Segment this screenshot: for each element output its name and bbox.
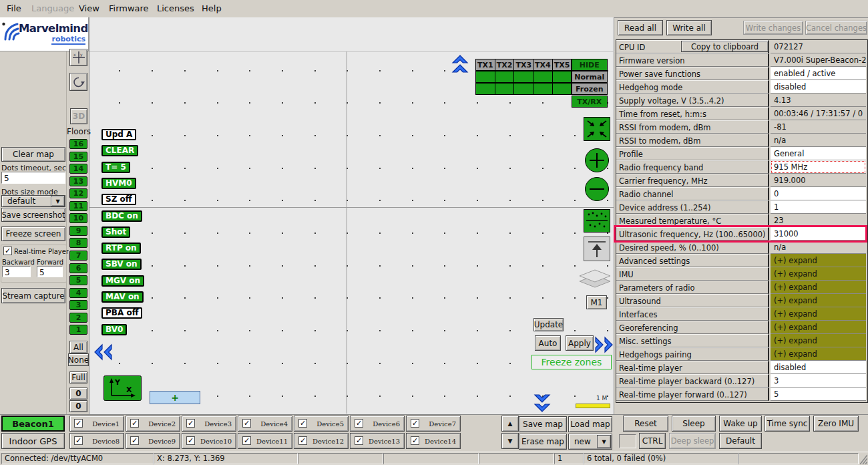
map-button-mav-on[interactable]: MAV on: [101, 291, 144, 303]
device-checkbox[interactable]: ✓: [411, 419, 419, 428]
param-value[interactable]: enabled / active: [771, 67, 866, 80]
device-toggle-device4[interactable]: ✓Device4: [238, 416, 292, 432]
fit-view-button[interactable]: [584, 117, 610, 141]
param-value[interactable]: n/a: [771, 134, 866, 147]
zoom-out-button[interactable]: [584, 176, 610, 202]
floor-button-5[interactable]: 5: [69, 275, 87, 285]
chevron-double-down-icon[interactable]: [533, 392, 551, 412]
device-checkbox[interactable]: ✓: [130, 419, 139, 428]
device-toggle-device5[interactable]: ✓Device5: [294, 416, 349, 432]
sleep-button[interactable]: Sleep: [672, 416, 716, 432]
reset-button[interactable]: Reset: [623, 416, 668, 432]
tx-cell[interactable]: [513, 83, 533, 95]
erase-map-button[interactable]: Erase map: [519, 434, 567, 450]
update-button[interactable]: Update: [533, 318, 564, 331]
param-value[interactable]: (+) expand: [771, 281, 866, 294]
device-checkbox[interactable]: ✓: [242, 436, 251, 445]
device-toggle-device10[interactable]: ✓Device10: [182, 433, 236, 449]
ctrl-button[interactable]: CTRL: [639, 433, 666, 449]
device-checkbox[interactable]: ✓: [355, 436, 363, 445]
apply-button[interactable]: Apply: [566, 335, 594, 351]
tx-cell[interactable]: [513, 71, 533, 83]
floor-button-1[interactable]: 1: [69, 325, 87, 335]
tx-header-tx3[interactable]: TX3: [513, 59, 533, 71]
floor-button-8[interactable]: 8: [69, 238, 87, 248]
add-submap-button[interactable]: +: [150, 391, 200, 404]
freeze-zones-button[interactable]: Freeze zones: [531, 355, 612, 369]
device-checkbox[interactable]: ✓: [130, 436, 139, 445]
menu-item-file[interactable]: File: [7, 3, 21, 13]
param-value[interactable]: General: [771, 147, 866, 160]
map-button-sz-off[interactable]: SZ off: [101, 194, 136, 205]
device-checkbox[interactable]: ✓: [186, 436, 195, 445]
write-all-button[interactable]: Write all: [666, 20, 712, 35]
param-value[interactable]: 23: [771, 214, 866, 227]
param-value[interactable]: 4.13: [771, 94, 866, 107]
map-button-bv0[interactable]: BV0: [101, 324, 127, 335]
write-changes-button[interactable]: Write changes: [743, 21, 803, 35]
param-value[interactable]: -81: [771, 120, 866, 134]
chevron-double-left-icon[interactable]: [94, 343, 114, 361]
dots-size-dropdown-arrow-icon[interactable]: ▼: [51, 196, 65, 206]
device-toggle-device3[interactable]: ✓Device3: [182, 416, 236, 432]
device-checkbox[interactable]: ✓: [355, 419, 363, 428]
deep-sleep-button[interactable]: Deep sleep: [669, 433, 716, 449]
device-toggle-device6[interactable]: ✓Device6: [350, 416, 405, 432]
device-toggle-device8[interactable]: ✓Device8: [69, 433, 124, 449]
load-map-button[interactable]: Load map: [568, 416, 612, 432]
param-value[interactable]: 00:03:46 / 17:31:57 / 0: [771, 107, 866, 120]
floor-button-4[interactable]: 4: [69, 288, 87, 298]
device-checkbox[interactable]: ✓: [298, 436, 307, 445]
read-all-button[interactable]: Read all: [618, 20, 663, 35]
map-button-t-5[interactable]: T= 5: [101, 162, 130, 173]
clear-map-button[interactable]: Clear map: [1, 147, 65, 162]
cancel-changes-button[interactable]: Cancel changes: [805, 21, 867, 35]
chevron-double-right-icon[interactable]: [593, 336, 613, 353]
map-select-arrow-icon[interactable]: ▼: [597, 435, 611, 448]
floor-button-10[interactable]: 10: [69, 213, 87, 223]
tx-header-tx1[interactable]: TX1: [475, 59, 495, 71]
param-value[interactable]: V7.000i Super-Beacon-2: [771, 53, 866, 67]
tx-normal-button[interactable]: Normal: [572, 71, 608, 83]
param-value[interactable]: disabled: [771, 80, 866, 94]
floors-full-button[interactable]: Full: [69, 371, 87, 383]
default-button[interactable]: Default: [719, 433, 762, 449]
map-button-bdc-on[interactable]: BDC on: [101, 210, 142, 222]
xy-axes-button[interactable]: x y: [69, 49, 87, 66]
tx-cell[interactable]: [552, 71, 572, 83]
param-value[interactable]: 0: [771, 187, 866, 200]
wake-up-button[interactable]: Wake up: [719, 416, 762, 432]
tx-header-tx5[interactable]: TX5: [552, 59, 572, 71]
freeze-screen-button[interactable]: Freeze screen: [1, 226, 65, 241]
floor-button-15[interactable]: 15: [69, 152, 87, 162]
floor-button-9[interactable]: 9: [69, 226, 87, 236]
param-value[interactable]: (+) expand: [771, 321, 866, 334]
param-value[interactable]: 3: [771, 374, 866, 388]
menu-item-firmware[interactable]: Firmware: [109, 3, 149, 13]
tx-cell[interactable]: [475, 71, 495, 83]
param-value[interactable]: (+) expand: [771, 334, 866, 347]
device-checkbox[interactable]: ✓: [74, 419, 83, 428]
save-screenshot-button[interactable]: Save screenshot: [1, 208, 65, 222]
floor-button-2[interactable]: 2: [69, 313, 87, 323]
device-checkbox[interactable]: ✓: [411, 436, 419, 445]
upload-button[interactable]: [584, 237, 610, 261]
forward-input[interactable]: 5: [37, 266, 63, 277]
map-button-sbv-on[interactable]: SBV on: [101, 259, 142, 270]
floor-button-7[interactable]: 7: [69, 251, 87, 261]
map-button-clear[interactable]: CLEAR: [101, 145, 138, 156]
floor-button-6[interactable]: 6: [69, 263, 87, 273]
chevron-double-up-icon[interactable]: [451, 55, 469, 75]
device-checkbox[interactable]: ✓: [74, 436, 83, 445]
device-checkbox[interactable]: ✓: [298, 419, 307, 428]
tx-txrx-button[interactable]: TX/RX: [572, 96, 608, 108]
param-value[interactable]: (+) expand: [771, 307, 866, 321]
param-value[interactable]: 072127: [771, 40, 866, 53]
dots-timeout-input[interactable]: 5: [1, 172, 65, 184]
device-toggle-device11[interactable]: ✓Device11: [238, 433, 292, 449]
layers-icon[interactable]: [577, 269, 614, 295]
param-value[interactable]: 31000: [771, 227, 866, 241]
tx-header-tx4[interactable]: TX4: [533, 59, 553, 71]
tx-cell[interactable]: [533, 83, 553, 95]
beacon-tab[interactable]: Beacon1: [1, 416, 65, 432]
